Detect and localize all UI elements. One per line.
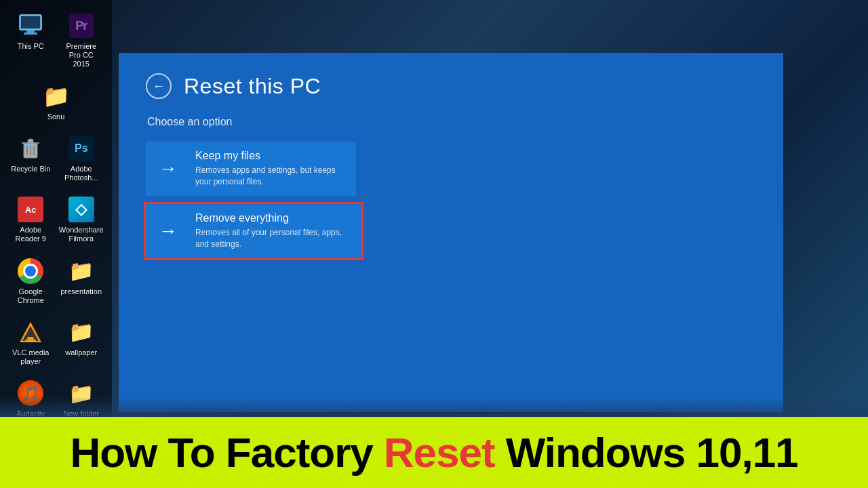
sonu-label: Sonu [47,113,65,121]
vlc-label: VLC media player [9,348,52,366]
adobe-reader-icon: Ac [17,196,44,223]
remove-everything-description: Removes all of your personal files, apps… [195,227,352,250]
icon-row-sonu: 📁 Sonu [0,76,112,128]
desktop-icon-sidebar: This PC Pr Premiere Pro CC 2015 📁 Sonu [0,0,112,417]
wallpaper-folder-icon: 📁 [68,319,95,346]
keep-files-option[interactable]: → Keep my files Removes apps and setting… [146,142,356,196]
bottom-banner: How To Factory Reset Windows 10,11 [0,417,868,488]
presentation-icon: 📁 [68,258,95,285]
new-folder-icon: 📁 [68,380,95,407]
photoshop-icon: Ps [68,135,95,162]
back-arrow-icon: ← [153,79,165,94]
icon-row-2: Recycle Bin Ps Adobe Photosh... [0,128,112,189]
chrome-icon [17,258,44,285]
vlc-icon [17,319,44,346]
svg-rect-7 [25,340,36,342]
icon-row-3: Ac Adobe Reader 9 ◇ Wondershare Filmora [0,189,112,250]
adobe-reader-label: Adobe Reader 9 [9,226,52,243]
desktop-icon-sonu[interactable]: 📁 Sonu [33,79,80,125]
back-button[interactable]: ← [146,73,172,99]
chrome-label: Google Chrome [9,287,52,305]
desktop-icon-filmora[interactable]: ◇ Wondershare Filmora [58,192,105,247]
desktop-icon-wallpaper[interactable]: 📁 wallpaper [58,314,105,370]
icon-row-5: VLC media player 📁 wallpaper [0,312,112,373]
desktop-icon-photoshop[interactable]: Ps Adobe Photosh... [58,131,105,186]
remove-everything-title: Remove everything [195,212,352,224]
desktop-icon-this-pc[interactable]: This PC [7,8,54,73]
keep-files-content: Keep my files Removes apps and settings,… [190,142,356,196]
svg-rect-3 [24,33,37,35]
remove-everything-option[interactable]: → Remove everything Removes all of your … [146,204,361,258]
wallpaper-label: wallpaper [65,348,97,357]
sonu-folder-icon: 📁 [43,83,70,110]
desktop-icon-audacity[interactable]: 🎵 Audacity [7,375,54,417]
desktop-icon-chrome[interactable]: Google Chrome [7,253,54,309]
premiere-icon: Pr [68,12,95,39]
banner-text-part1: How To Factory [70,428,372,476]
filmora-icon: ◇ [68,196,95,223]
desktop-icon-new-folder[interactable]: 📁 New folder [58,375,105,417]
desktop: This PC Pr Premiere Pro CC 2015 📁 Sonu [0,0,868,417]
icon-row-1: This PC Pr Premiere Pro CC 2015 [0,5,112,76]
panel-header: ← Reset this PC [146,73,756,99]
svg-rect-1 [21,16,40,28]
desktop-icon-adobe-reader[interactable]: Ac Adobe Reader 9 [7,192,54,247]
new-folder-label: New folder [63,409,99,417]
presentation-label: presentation [60,287,102,296]
svg-rect-2 [26,30,35,33]
audacity-icon: 🎵 [17,380,44,407]
reset-panel: ← Reset this PC Choose an option → Keep … [119,53,783,412]
remove-everything-arrow-icon: → [146,204,190,258]
recycle-bin-label: Recycle Bin [11,165,50,174]
audacity-label: Audacity [16,409,45,417]
svg-rect-6 [27,337,34,340]
recycle-bin-icon [17,135,44,162]
premiere-label: Premiere Pro CC 2015 [60,42,102,69]
banner-text-part2: Windows 10,11 [506,428,798,476]
panel-subtitle: Choose an option [147,116,756,128]
desktop-icon-recycle-bin[interactable]: Recycle Bin [7,131,54,186]
keep-files-title: Keep my files [195,150,347,162]
banner-text-highlight: Reset [384,428,495,476]
keep-files-arrow-icon: → [146,142,190,196]
desktop-icon-premiere[interactable]: Pr Premiere Pro CC 2015 [58,8,105,73]
banner-text: How To Factory Reset Windows 10,11 [70,428,797,476]
icon-row-6: 🎵 Audacity 📁 New folder [0,373,112,417]
filmora-label: Wondershare Filmora [59,226,104,243]
desktop-icon-presentation[interactable]: 📁 presentation [58,253,105,309]
photoshop-label: Adobe Photosh... [60,165,102,182]
panel-title: Reset this PC [184,74,321,99]
desktop-icon-vlc[interactable]: VLC media player [7,314,54,370]
this-pc-icon [17,12,44,39]
this-pc-label: This PC [18,42,44,51]
remove-everything-content: Remove everything Removes all of your pe… [190,204,361,258]
keep-files-description: Removes apps and settings, but keeps you… [195,165,347,188]
icon-row-4: Google Chrome 📁 presentation [0,251,112,312]
